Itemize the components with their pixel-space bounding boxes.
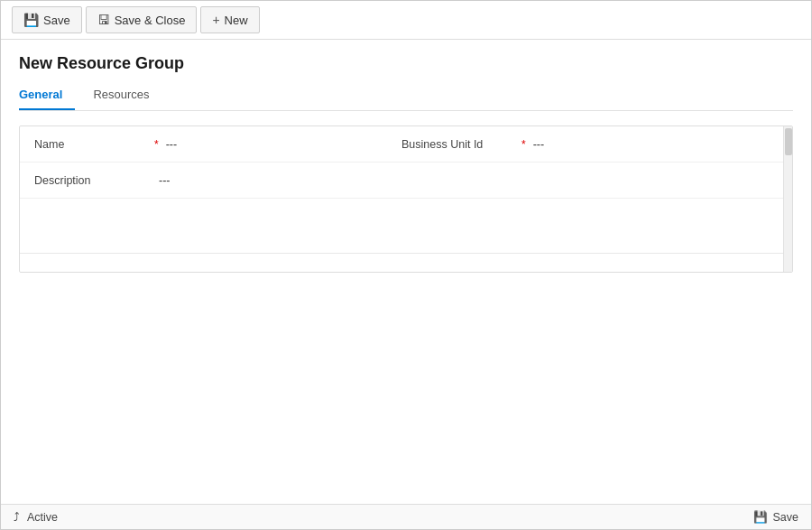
save-close-icon: 🖫 (97, 13, 110, 27)
tab-general[interactable]: General (19, 82, 75, 110)
form-container: Name * --- Business Unit Id * --- Descri… (19, 126, 793, 273)
save-close-button-label: Save & Close (115, 14, 186, 27)
form-row-description: Description --- (20, 163, 783, 199)
new-button[interactable]: + New (200, 6, 259, 33)
toolbar: 💾 Save 🖫 Save & Close + New (1, 1, 811, 40)
description-value[interactable]: --- (159, 174, 171, 187)
new-icon: + (212, 13, 219, 27)
save-button[interactable]: 💾 Save (12, 6, 82, 33)
scrollbar-thumb (785, 128, 792, 155)
form-spacer (20, 199, 783, 253)
scrollbar[interactable] (783, 126, 792, 272)
description-field: Description --- (34, 174, 401, 187)
status-save-icon: 💾 (753, 510, 768, 524)
tab-general-label: General (19, 88, 62, 101)
form-fields: Name * --- Business Unit Id * --- Descri… (20, 126, 783, 272)
name-required: * (154, 138, 159, 151)
status-bar: ⤴ Active 💾 Save (1, 504, 811, 529)
save-icon: 💾 (23, 13, 39, 27)
form-row-name: Name * --- Business Unit Id * --- (20, 126, 783, 163)
business-unit-field: Business Unit Id * --- (401, 138, 769, 151)
form-bottom-border (20, 253, 783, 272)
status-label: Active (27, 511, 58, 524)
status-right: 💾 Save (753, 510, 799, 524)
description-label: Description (34, 174, 152, 187)
name-value[interactable]: --- (166, 138, 178, 151)
expand-icon[interactable]: ⤴ (14, 511, 20, 524)
tabs: General Resources (19, 82, 793, 111)
main-content: New Resource Group General Resources Nam… (1, 40, 811, 504)
tab-resources-label: Resources (93, 88, 149, 101)
business-unit-value[interactable]: --- (533, 138, 545, 151)
save-close-button[interactable]: 🖫 Save & Close (86, 6, 198, 33)
status-left: ⤴ Active (14, 511, 58, 524)
business-unit-required: * (521, 138, 526, 151)
tab-resources[interactable]: Resources (93, 82, 161, 110)
name-field: Name * --- (34, 138, 401, 151)
new-button-label: New (225, 14, 248, 27)
status-save-label[interactable]: Save (773, 511, 799, 524)
page-title: New Resource Group (19, 54, 793, 73)
business-unit-label: Business Unit Id (401, 138, 519, 151)
name-label: Name (34, 138, 152, 151)
save-button-label: Save (43, 14, 70, 27)
